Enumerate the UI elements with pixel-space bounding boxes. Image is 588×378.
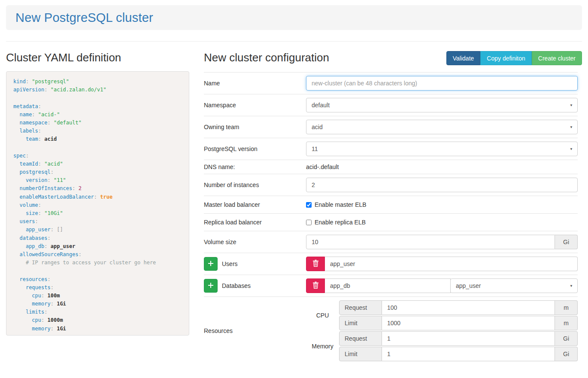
add-user-button[interactable] — [204, 257, 218, 271]
chevron-down-icon: ▼ — [570, 103, 573, 107]
delete-user-button[interactable] — [306, 257, 325, 271]
page: New PostgreSQL cluster Cluster YAML defi… — [0, 5, 588, 365]
volume-unit-addon: Gi — [555, 235, 578, 249]
header-divider — [6, 41, 582, 42]
replica-elb-checkbox-label: Enable replica ELB — [315, 219, 366, 226]
volume-size-input[interactable] — [306, 235, 555, 249]
cpu-label: CPU — [306, 312, 339, 319]
cluster-name-input[interactable] — [306, 76, 578, 91]
owning-team-select[interactable]: acid ▼ — [306, 120, 578, 134]
add-database-button[interactable] — [204, 279, 218, 293]
form-row-instances: Number of instances — [204, 174, 578, 196]
delete-database-button[interactable] — [306, 278, 325, 293]
plus-icon — [208, 282, 214, 290]
volume-size-label: Volume size — [204, 239, 306, 245]
trash-icon — [312, 281, 319, 290]
yaml-section-heading: Cluster YAML definition — [6, 51, 189, 64]
name-label: Name — [204, 80, 306, 87]
memory-request-prefix: Request — [339, 331, 382, 346]
owning-team-selected-value: acid — [312, 124, 323, 130]
form-row-name: Name — [204, 72, 578, 94]
form-row-databases: Databases — [204, 275, 578, 296]
plus-icon — [208, 260, 214, 268]
page-header: New PostgreSQL cluster — [6, 5, 582, 30]
instances-label: Number of instances — [204, 181, 306, 188]
dns-name-value: acid-.default — [306, 163, 339, 170]
form-row-users: Users — [204, 253, 578, 275]
user-name-input[interactable] — [325, 257, 578, 271]
owning-team-label: Owning team — [204, 124, 306, 130]
users-label: Users — [222, 260, 238, 267]
memory-limit-row: Limit Gi — [339, 347, 578, 361]
replica-lb-label: Replica load balancer — [204, 219, 306, 226]
form-row-namespace: Namespace default ▼ — [204, 94, 578, 116]
memory-request-input[interactable] — [382, 331, 555, 346]
yaml-definition-panel: Cluster YAML definition kind: "postgresq… — [6, 48, 189, 336]
cluster-config-form: Name Namespace default ▼ — [204, 72, 582, 365]
trash-icon — [312, 260, 319, 268]
memory-request-row: Request Gi — [339, 331, 578, 346]
namespace-label: Namespace — [204, 102, 306, 109]
replica-elb-checkbox[interactable] — [306, 220, 312, 225]
postgresql-version-selected-value: 11 — [312, 145, 318, 152]
form-row-dns-name: DNS name: acid-.default — [204, 160, 578, 174]
cpu-limit-prefix: Limit — [339, 316, 382, 330]
yaml-code: kind: "postgresql" apiVersion: "acid.zal… — [6, 71, 189, 336]
memory-limit-unit: Gi — [555, 347, 578, 361]
database-owner-selected-value: app_user — [456, 282, 481, 289]
memory-request-unit: Gi — [555, 331, 578, 346]
cpu-request-prefix: Request — [339, 300, 382, 315]
action-button-group: Validate Copy definiton Create cluster — [446, 51, 582, 65]
form-row-postgresql-version: PostgreSQL version 11 ▼ — [204, 138, 578, 160]
memory-limit-prefix: Limit — [339, 347, 382, 361]
config-section-heading: New cluster configuration — [204, 51, 329, 64]
databases-label: Databases — [222, 282, 251, 289]
cpu-limit-unit: m — [555, 316, 578, 330]
create-cluster-button[interactable]: Create cluster — [532, 51, 582, 65]
form-row-owning-team: Owning team acid ▼ — [204, 116, 578, 138]
memory-limit-input[interactable] — [382, 347, 555, 361]
cpu-limit-input[interactable] — [382, 316, 555, 330]
cpu-resources-block: CPU Request m Limit m — [306, 300, 578, 330]
instances-input[interactable] — [306, 178, 578, 192]
master-lb-label: Master load balancer — [204, 201, 306, 208]
memory-resources-block: Memory Request Gi Limit — [306, 331, 578, 361]
namespace-selected-value: default — [312, 102, 330, 109]
validate-button[interactable]: Validate — [446, 51, 481, 65]
chevron-down-icon: ▼ — [570, 284, 573, 288]
chevron-down-icon: ▼ — [570, 125, 573, 129]
master-elb-checkbox[interactable] — [306, 202, 312, 208]
postgresql-version-label: PostgreSQL version — [204, 145, 306, 152]
form-row-replica-lb: Replica load balancer Enable replica ELB — [204, 213, 578, 231]
dns-name-label: DNS name: — [204, 163, 306, 170]
form-row-resources: Resources CPU Request m — [204, 296, 578, 365]
database-name-input[interactable] — [325, 278, 451, 293]
cpu-request-input[interactable] — [382, 300, 555, 315]
page-title: New PostgreSQL cluster — [15, 11, 153, 25]
cpu-request-row: Request m — [339, 300, 578, 315]
form-row-volume-size: Volume size Gi — [204, 231, 578, 253]
master-elb-checkbox-label: Enable master ELB — [315, 201, 367, 208]
memory-label: Memory — [306, 343, 339, 350]
cluster-config-panel: New cluster configuration Validate Copy … — [204, 48, 582, 365]
chevron-down-icon: ▼ — [570, 147, 573, 151]
form-row-master-lb: Master load balancer Enable master ELB — [204, 196, 578, 213]
cpu-limit-row: Limit m — [339, 316, 578, 330]
postgresql-version-select[interactable]: 11 ▼ — [306, 142, 578, 156]
namespace-select[interactable]: default ▼ — [306, 98, 578, 112]
copy-definition-button[interactable]: Copy definiton — [480, 51, 532, 65]
cpu-request-unit: m — [555, 300, 578, 315]
resources-label: Resources — [204, 327, 306, 334]
database-owner-select[interactable]: app_user ▼ — [450, 278, 578, 293]
